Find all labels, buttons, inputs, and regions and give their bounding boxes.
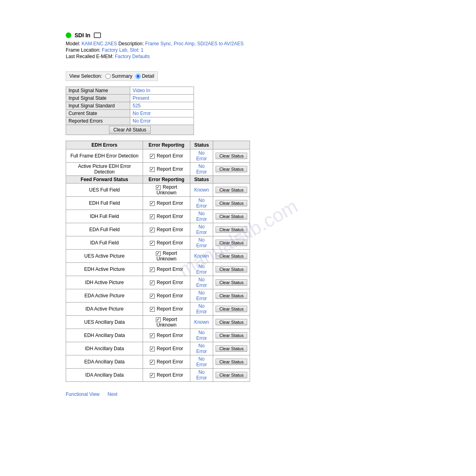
title-row: SDI In <box>66 32 410 38</box>
clear-status-button[interactable]: Clear Status <box>216 345 247 352</box>
row-action: Clear Status <box>213 263 250 276</box>
clear-status-button[interactable]: Clear Status <box>216 306 247 312</box>
row-reporting: Report Unknown <box>143 184 190 197</box>
ff-status-header: Status <box>190 176 213 184</box>
page-title: SDI In <box>75 32 91 38</box>
detail-radio[interactable] <box>135 74 141 79</box>
signal-info-row: Input Signal NameVideo In <box>66 87 194 95</box>
clear-status-button[interactable]: Clear Status <box>216 226 247 233</box>
row-action: Clear Status <box>213 289 250 303</box>
clear-status-button[interactable]: Clear Status <box>216 292 247 299</box>
model-value[interactable]: KAM.ENC.2AES <box>81 41 117 46</box>
checkbox-icon <box>150 167 155 172</box>
row-name: UES Ancillary Data <box>66 316 143 329</box>
ff-error-reporting-header: Error Reporting <box>143 176 190 184</box>
signal-info-row: Current StateNo Error <box>66 110 194 117</box>
clear-status-button[interactable]: Clear Status <box>216 200 247 206</box>
last-recalled-value[interactable]: Factory Defaults <box>115 54 150 59</box>
frame-location-value[interactable]: Factory Lab, Slot: 1 <box>102 47 143 53</box>
signal-info-label: Input Signal Name <box>66 87 130 95</box>
model-label: Model: <box>66 41 80 46</box>
signal-info-value: Present <box>130 95 194 102</box>
clear-status-button[interactable]: Clear Status <box>216 266 247 272</box>
row-name: EDA Ancillary Data <box>66 355 143 369</box>
clear-status-button[interactable]: Clear Status <box>216 332 247 339</box>
view-selection-row: View Selection: Summary Detail <box>66 71 158 81</box>
signal-info-value: No Error <box>130 117 194 125</box>
row-reporting: Report Error <box>143 210 190 223</box>
row-reporting: Report Error <box>143 342 190 355</box>
row-name: IDA Active Picture <box>66 303 143 316</box>
clear-status-button[interactable]: Clear Status <box>216 253 247 259</box>
checkbox-icon <box>150 347 155 351</box>
checkbox-icon <box>150 154 155 159</box>
row-action: Clear Status <box>213 369 250 382</box>
detail-radio-label[interactable]: Detail <box>135 73 154 79</box>
clear-status-button[interactable]: Clear Status <box>216 213 247 220</box>
ff-action-header <box>213 176 250 184</box>
table-row: EDH Active Picture Report ErrorNo ErrorC… <box>66 263 250 276</box>
clear-status-button[interactable]: Clear Status <box>216 166 247 172</box>
table-row: UES Ancillary Data Report UnknownKnownCl… <box>66 316 250 329</box>
checkbox-icon <box>150 307 155 312</box>
action-header <box>213 141 250 149</box>
row-reporting: Report Error <box>143 236 190 250</box>
row-name: UES Active Picture <box>66 250 143 263</box>
signal-info-row: Reported ErrorsNo Error <box>66 117 194 125</box>
clear-all-status-button[interactable]: Clear All Status <box>109 126 151 134</box>
clear-status-button[interactable]: Clear Status <box>216 319 247 325</box>
page-container: SDI In Model: KAM.ENC.2AES Description: … <box>58 8 418 405</box>
row-action: Clear Status <box>213 149 250 163</box>
row-action: Clear Status <box>213 316 250 329</box>
summary-radio[interactable] <box>105 74 111 79</box>
checkbox-icon <box>150 360 155 365</box>
row-reporting: Report Error <box>143 263 190 276</box>
clear-status-button[interactable]: Clear Status <box>216 153 247 159</box>
description-value[interactable]: Frame Sync, Proc Amp, SD/2AES to AV/2AES <box>145 41 244 46</box>
checkbox-icon <box>150 373 155 378</box>
table-row: UES Active Picture Report UnknownKnownCl… <box>66 250 250 263</box>
row-action: Clear Status <box>213 276 250 289</box>
functional-view-link[interactable]: Functional View <box>66 391 100 397</box>
row-reporting: Report Error <box>143 197 190 210</box>
clear-status-button[interactable]: Clear Status <box>216 240 247 246</box>
last-recalled-label: Last Recalled E-MEM: <box>66 54 113 59</box>
detail-radio-text: Detail <box>142 73 154 79</box>
table-row: UES Full Field Report UnknownKnownClear … <box>66 184 250 197</box>
row-reporting: Report Error <box>143 369 190 382</box>
checkbox-icon <box>150 241 155 246</box>
row-name: IDH Ancillary Data <box>66 342 143 355</box>
clear-status-button[interactable]: Clear Status <box>216 187 247 193</box>
row-name: UES Full Field <box>66 184 143 197</box>
clear-status-button[interactable]: Clear Status <box>216 372 247 378</box>
main-data-table: EDH Errors Error Reporting Status Full F… <box>66 141 250 382</box>
clear-status-button[interactable]: Clear Status <box>216 279 247 286</box>
table-row: EDA Ancillary Data Report ErrorNo ErrorC… <box>66 355 250 369</box>
row-status: No Error <box>190 289 213 303</box>
summary-radio-label[interactable]: Summary <box>105 73 132 79</box>
row-reporting: Report Unknown <box>143 250 190 263</box>
footer-links: Functional View Next <box>66 391 410 397</box>
checkbox-icon <box>150 201 155 206</box>
next-link[interactable]: Next <box>108 391 118 397</box>
row-action: Clear Status <box>213 236 250 250</box>
clear-status-button[interactable]: Clear Status <box>216 359 247 365</box>
row-status: No Error <box>190 149 213 163</box>
row-name: IDA Full Field <box>66 236 143 250</box>
row-action: Clear Status <box>213 223 250 236</box>
row-action: Clear Status <box>213 250 250 263</box>
row-reporting: Report Unknown <box>143 316 190 329</box>
table-row: IDA Active Picture Report ErrorNo ErrorC… <box>66 303 250 316</box>
row-reporting: Report Error <box>143 355 190 369</box>
row-status: No Error <box>190 329 213 342</box>
checkbox-icon <box>156 251 161 256</box>
row-status: Known <box>190 250 213 263</box>
row-reporting: Report Error <box>143 149 190 163</box>
row-action: Clear Status <box>213 184 250 197</box>
row-status: No Error <box>190 197 213 210</box>
row-action: Clear Status <box>213 210 250 223</box>
signal-info-label: Input Signal State <box>66 95 130 102</box>
row-action: Clear Status <box>213 355 250 369</box>
row-name: Full Frame EDH Error Detection <box>66 149 143 163</box>
status-header: Status <box>190 141 213 149</box>
